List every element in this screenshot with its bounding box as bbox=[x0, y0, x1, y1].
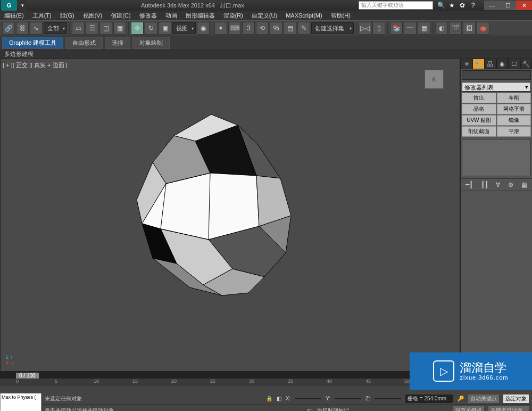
btn-slice[interactable]: 剖切截面 bbox=[462, 126, 496, 137]
modifier-stack[interactable] bbox=[462, 139, 531, 176]
tab-utilities-icon[interactable]: 🔨 bbox=[520, 59, 532, 69]
search-icon[interactable]: 🔍 bbox=[437, 2, 445, 9]
app-menu-dropdown[interactable]: ▾ bbox=[18, 0, 27, 11]
btn-lathe[interactable]: 车削 bbox=[497, 93, 531, 103]
selkey-readout[interactable]: 选定对象 bbox=[503, 394, 529, 403]
percent-snap-icon[interactable]: % bbox=[270, 22, 282, 35]
main-toolbar: 🔗 ⛓ ∿ 全部 ▭ ☰ ◫ ▦ ✥ ↻ ▣ 视图 ◉ ✦ ⌨ 3 ⟲ % ▤ … bbox=[0, 20, 532, 36]
spinner-snap-icon[interactable]: ▤ bbox=[284, 22, 296, 35]
isolate-icon[interactable]: ◧ bbox=[277, 396, 281, 401]
unlink-icon[interactable]: ⛓ bbox=[16, 22, 29, 35]
menu-views[interactable]: 视图(V) bbox=[79, 12, 107, 20]
help-search-input[interactable]: 输入关键字或短语 bbox=[359, 1, 433, 10]
add-timetag-button[interactable]: 添加时间标记 bbox=[317, 407, 349, 412]
pin-stack-icon[interactable]: ━┃ bbox=[466, 181, 473, 188]
maximize-button[interactable]: ☐ bbox=[500, 1, 516, 10]
ribbon-tab-modeling[interactable]: Graphite 建模工具 bbox=[2, 37, 63, 49]
render-frame-icon[interactable]: 🖼 bbox=[463, 22, 476, 35]
btn-smooth[interactable]: 平滑 bbox=[497, 126, 531, 137]
btn-mirror[interactable]: 镜像 bbox=[497, 115, 531, 126]
configure-sets-icon[interactable]: ▦ bbox=[521, 181, 527, 188]
object-name-field[interactable] bbox=[462, 70, 531, 80]
key-icon[interactable]: 🔑 bbox=[458, 396, 464, 401]
menu-maxscript[interactable]: MAXScript(M) bbox=[281, 12, 326, 19]
keyfilter-button[interactable]: 关键点过滤器... bbox=[488, 406, 529, 412]
align-icon[interactable]: ▯ bbox=[372, 22, 385, 35]
link-icon[interactable]: 🔗 bbox=[2, 22, 15, 35]
move-icon[interactable]: ✥ bbox=[131, 22, 144, 35]
menu-create[interactable]: 创建(C) bbox=[106, 12, 135, 20]
menu-customize[interactable]: 自定义(U) bbox=[247, 12, 281, 20]
menu-group[interactable]: 组(G) bbox=[56, 12, 79, 20]
maxscript-listener[interactable]: Max to Physes ( bbox=[0, 393, 41, 411]
viewport-label[interactable]: [ + ][ 正交 ][ 真实 + 边面 ] bbox=[3, 61, 68, 69]
snap-icon[interactable]: 3 bbox=[242, 22, 255, 35]
lock-icon[interactable]: 🔒 bbox=[266, 396, 272, 401]
keymode-icon[interactable]: ⌨ bbox=[228, 22, 241, 35]
y-coord-input[interactable] bbox=[335, 398, 361, 399]
tab-display-icon[interactable]: 🖵 bbox=[508, 59, 520, 69]
menu-tools[interactable]: 工具(T) bbox=[28, 12, 56, 20]
curve-editor-icon[interactable]: 〰 bbox=[404, 22, 417, 35]
infocenter-icons[interactable]: 🔍 ★ ✿ ? bbox=[437, 2, 477, 9]
btn-meshsmooth[interactable]: 网格平滑 bbox=[497, 104, 531, 114]
rotate-icon[interactable]: ↻ bbox=[145, 22, 157, 35]
modifier-buttons: 挤出 车削 晶格 网格平滑 UVW 贴图 镜像 剖切截面 平滑 bbox=[462, 93, 531, 137]
autokey-button[interactable]: 自动关键点 bbox=[468, 394, 499, 403]
selection-filter-dropdown[interactable]: 全部 bbox=[44, 22, 67, 34]
btn-extrude[interactable]: 挤出 bbox=[462, 93, 496, 103]
menu-rendering[interactable]: 渲染(R) bbox=[219, 12, 247, 20]
named-selection-dropdown[interactable]: 创建选择集 bbox=[311, 22, 354, 34]
help-icon[interactable]: ? bbox=[469, 2, 477, 9]
ribbon-panel-label: 多边形建模 bbox=[0, 49, 532, 59]
minimize-button[interactable]: — bbox=[484, 1, 500, 10]
viewport[interactable]: [ + ][ 正交 ][ 真实 + 边面 ] 前 z ↑x → bbox=[0, 59, 460, 372]
tab-hierarchy-icon[interactable]: 品 bbox=[485, 59, 496, 69]
menu-animation[interactable]: 动画 bbox=[161, 12, 181, 20]
manipulate-icon[interactable]: ✦ bbox=[214, 22, 227, 35]
render-setup-icon[interactable]: 🎬 bbox=[449, 22, 462, 35]
time-slider-thumb[interactable]: 0 / 100 bbox=[16, 373, 39, 379]
menu-grapheditors[interactable]: 图形编辑器 bbox=[181, 12, 219, 20]
menu-edit[interactable]: 编辑(E) bbox=[0, 12, 28, 20]
scale-icon[interactable]: ▣ bbox=[159, 22, 171, 35]
tab-modify-icon[interactable]: 🔧 bbox=[472, 59, 484, 69]
ribbon-tab-objectpaint[interactable]: 对象绘制 bbox=[132, 37, 170, 49]
make-unique-icon[interactable]: ∀ bbox=[496, 181, 500, 188]
pivot-icon[interactable]: ◉ bbox=[197, 22, 210, 35]
setkey-button[interactable]: 设置关键点 bbox=[453, 406, 484, 412]
tab-create-icon[interactable]: ✳ bbox=[461, 59, 472, 69]
render-icon[interactable]: 🫖 bbox=[477, 22, 489, 35]
menu-help[interactable]: 帮助(H) bbox=[327, 12, 355, 20]
viewcube[interactable]: 前 bbox=[425, 70, 444, 89]
bind-icon[interactable]: ∿ bbox=[30, 22, 43, 35]
ribbon-tab-selection[interactable]: 选择 bbox=[105, 37, 130, 49]
select-name-icon[interactable]: ☰ bbox=[86, 22, 98, 35]
remove-mod-icon[interactable]: ⊕ bbox=[508, 181, 513, 188]
refcoord-dropdown[interactable]: 视图 bbox=[172, 22, 196, 34]
schematic-icon[interactable]: ▦ bbox=[418, 22, 430, 35]
angle-snap-icon[interactable]: ⟲ bbox=[256, 22, 269, 35]
select-icon[interactable]: ▭ bbox=[72, 22, 85, 35]
globe-icon[interactable]: ✿ bbox=[459, 2, 466, 9]
close-button[interactable]: ✕ bbox=[516, 1, 532, 10]
show-end-icon[interactable]: ┃┃ bbox=[481, 181, 488, 188]
x-coord-input[interactable] bbox=[295, 398, 321, 399]
btn-uvwmap[interactable]: UVW 贴图 bbox=[462, 115, 496, 126]
edit-named-sel-icon[interactable]: ✎ bbox=[297, 22, 310, 35]
menu-modifiers[interactable]: 修改器 bbox=[135, 12, 161, 20]
mirror-icon[interactable]: ▷◁ bbox=[359, 22, 371, 35]
modifier-list-dropdown[interactable]: 修改器列表▾ bbox=[462, 82, 531, 92]
star-icon[interactable]: ★ bbox=[448, 2, 455, 9]
select-region-icon[interactable]: ◫ bbox=[99, 22, 112, 35]
app-logo[interactable]: G bbox=[1, 0, 17, 11]
window-crossing-icon[interactable]: ▦ bbox=[113, 22, 126, 35]
layers-icon[interactable]: 📚 bbox=[390, 22, 403, 35]
material-editor-icon[interactable]: ◐ bbox=[435, 22, 448, 35]
ribbon-tab-freeform[interactable]: 自由形式 bbox=[65, 37, 103, 49]
graphite-ribbon: Graphite 建模工具 自由形式 选择 对象绘制 bbox=[0, 36, 532, 49]
btn-lattice[interactable]: 晶格 bbox=[462, 104, 496, 114]
timetag-icon[interactable]: 🏷 bbox=[307, 407, 313, 411]
tab-motion-icon[interactable]: ◉ bbox=[496, 59, 508, 69]
z-coord-input[interactable] bbox=[375, 398, 401, 399]
